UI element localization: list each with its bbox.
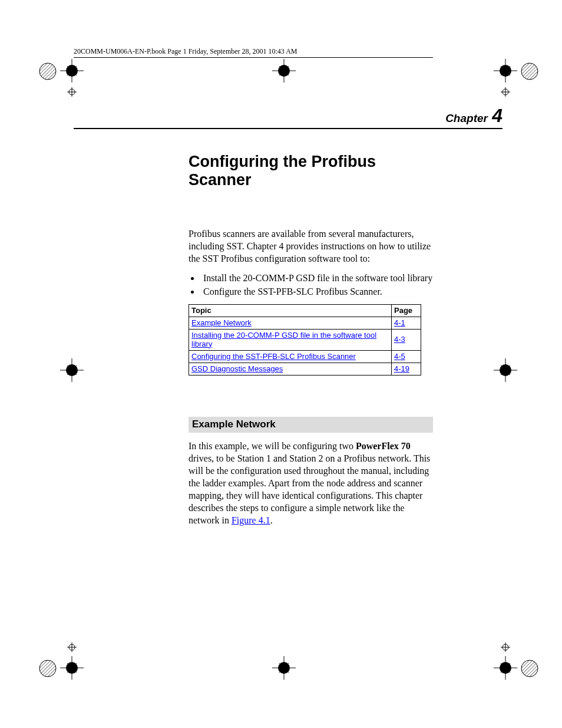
print-tick-icon	[67, 87, 77, 97]
toc-row: GSD Diagnostic Messages 4-19	[189, 363, 421, 375]
bold-text: PowerFlex 70	[356, 441, 411, 451]
print-hatched-circle-icon	[520, 62, 539, 81]
header-rule	[74, 57, 433, 58]
svg-point-3	[39, 660, 56, 677]
print-tick-icon	[501, 643, 510, 652]
svg-point-2	[521, 63, 538, 80]
print-crosshair-icon	[60, 59, 84, 83]
toc-page-link[interactable]: 4-19	[394, 364, 409, 373]
toc-header-page: Page	[392, 304, 421, 317]
print-tick-icon	[67, 643, 77, 652]
print-hatched-circle-icon	[38, 659, 57, 678]
toc-row: Example Network 4-1	[189, 317, 421, 329]
print-crosshair-icon	[494, 358, 517, 382]
section-text: .	[270, 515, 273, 525]
print-hatched-circle-icon	[38, 62, 57, 81]
main-content: Configuring the Profibus Scanner Profibu…	[189, 153, 436, 526]
print-crosshair-icon	[494, 656, 517, 680]
section-text: drives, to be Station 1 and Station 2 on…	[189, 453, 430, 526]
print-hatched-circle-icon	[520, 659, 539, 678]
toc-page-link[interactable]: 4-1	[394, 318, 405, 327]
bullet-item: Install the 20-COMM-P GSD file in the so…	[200, 272, 436, 285]
toc-header-topic: Topic	[189, 304, 392, 317]
section-heading: Example Network	[189, 417, 433, 433]
toc-table: Topic Page Example Network 4-1 Installin…	[189, 304, 421, 375]
print-tick-icon	[501, 87, 510, 97]
print-crosshair-icon	[272, 656, 296, 680]
figure-link[interactable]: Figure 4.1	[232, 515, 270, 525]
chapter-number: 4	[492, 105, 503, 126]
bullet-item: Configure the SST-PFB-SLC Profibus Scann…	[200, 285, 436, 298]
toc-row: Installing the 20-COMM-P GSD file in the…	[189, 329, 421, 350]
book-header-line: 20COMM-UM006A-EN-P.book Page 1 Friday, S…	[74, 47, 510, 56]
toc-page-link[interactable]: 4-3	[394, 335, 405, 344]
svg-point-1	[39, 63, 56, 80]
toc-header-row: Topic Page	[189, 304, 421, 317]
toc-link[interactable]: Example Network	[191, 318, 252, 327]
bullet-list: Install the 20-COMM-P GSD file in the so…	[200, 272, 436, 298]
chapter-label: Chapter 4	[74, 105, 503, 127]
toc-link[interactable]: Installing the 20-COMM-P GSD file in the…	[191, 331, 376, 348]
page-content: 20COMM-UM006A-EN-P.book Page 1 Friday, S…	[74, 47, 510, 690]
svg-point-4	[521, 660, 538, 677]
section-paragraph: In this example, we will be configuring …	[189, 440, 436, 527]
toc-link[interactable]: Configuring the SST-PFB-SLC Profibus Sca…	[191, 352, 356, 361]
print-crosshair-icon	[60, 358, 84, 382]
print-crosshair-icon	[494, 59, 517, 83]
intro-paragraph: Profibus scanners are available from sev…	[189, 228, 436, 265]
section-text: In this example, we will be configuring …	[189, 441, 356, 451]
section-heading-wrap: Example Network	[189, 417, 436, 433]
chapter-word: Chapter	[445, 112, 488, 124]
toc-page-link[interactable]: 4-5	[394, 352, 405, 361]
chapter-title: Configuring the Profibus Scanner	[189, 153, 436, 189]
toc-row: Configuring the SST-PFB-SLC Profibus Sca…	[189, 350, 421, 363]
print-crosshair-icon	[272, 59, 296, 83]
chapter-rule	[74, 128, 503, 129]
toc-link[interactable]: GSD Diagnostic Messages	[191, 364, 283, 373]
print-crosshair-icon	[60, 656, 84, 680]
